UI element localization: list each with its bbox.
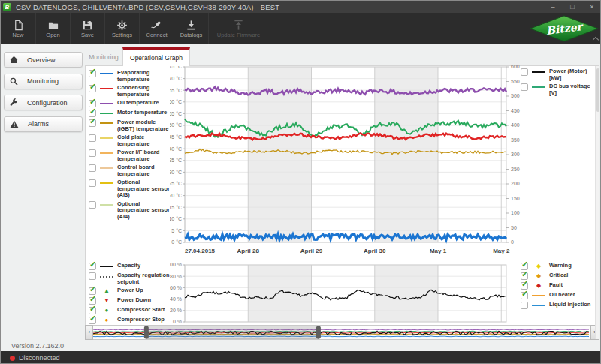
settings-gear-icon [116, 20, 128, 32]
legend-checkbox[interactable] [89, 179, 96, 187]
bitzer-logo: Bitzer [530, 14, 599, 46]
update-firmware-icon [233, 20, 244, 32]
checkmark-icon: ✓ [521, 260, 528, 269]
legend-swatch-diamond: ◆ [532, 272, 545, 280]
scroll-left-button[interactable]: ‹ [85, 325, 93, 340]
svg-text:April 28: April 28 [237, 248, 260, 254]
legend-label: Optional temperature sensor (AI3) [117, 179, 173, 199]
legend-swatch-line [100, 73, 113, 74]
legend-checkbox[interactable] [89, 164, 96, 172]
svg-text:50: 50 [511, 225, 517, 230]
legend-swatch-dotted [100, 276, 113, 278]
legend-swatch-circle: ● [100, 317, 113, 324]
legend-checkbox[interactable] [521, 302, 528, 309]
sidebar-item-configuration[interactable]: Configuration [4, 95, 83, 110]
tab-monitoring[interactable]: Monitoring [86, 48, 121, 65]
toolbar-button-label: Connect [146, 32, 168, 38]
legend-item: ✓Oil heater [521, 292, 599, 299]
best-app-icon: B [3, 3, 11, 11]
checkmark-icon: ✓ [89, 314, 96, 323]
sidebar-item-monitoring[interactable]: Monitoring [4, 74, 83, 89]
sidebar-item-alarms[interactable]: Alarms [4, 116, 83, 132]
legend-checkbox[interactable]: ✓ [89, 85, 96, 92]
legend-label: Liquid injection [549, 302, 599, 309]
toolbar-button-label: Datalogs [180, 32, 203, 38]
legend-checkbox[interactable]: ✓ [89, 119, 96, 127]
minimize-button[interactable]: – [543, 1, 563, 13]
capacity-legend: ✓CapacityCapacity regulation setpoint✓▲P… [89, 263, 173, 326]
legend-item: ✓Condensing temperature [89, 85, 173, 98]
legend-label: Power (Motor) [kW] [549, 68, 599, 81]
legend-label: Condensing temperature [117, 85, 173, 98]
legend-checkbox[interactable] [89, 272, 96, 280]
legend-checkbox[interactable] [89, 149, 96, 157]
overview-strip-canvas[interactable] [93, 325, 590, 340]
legend-swatch-line [100, 266, 113, 267]
legend-item: Power (Motor) [kW] [521, 68, 599, 81]
legend-swatch-line [100, 137, 113, 139]
checkmark-icon: ✓ [521, 280, 528, 288]
svg-text:600: 600 [511, 64, 520, 69]
legend-item: ✓◆Warning [521, 263, 599, 270]
sidebar-item-label: Alarms [28, 120, 49, 128]
settings-button[interactable]: Settings [104, 13, 139, 44]
scrollbar-thumb[interactable] [596, 68, 599, 112]
svg-text:300: 300 [511, 152, 520, 157]
overview-range-selector: ‹ › [85, 325, 599, 340]
legend-checkbox[interactable] [89, 134, 96, 142]
legend-checkbox[interactable]: ✓ [89, 317, 96, 324]
close-button[interactable]: × [582, 1, 601, 13]
new-button[interactable]: New [1, 13, 35, 44]
datalogs-download-icon [186, 20, 197, 32]
selection-handle-right[interactable] [316, 326, 321, 339]
legend-checkbox[interactable] [89, 201, 96, 209]
legend-checkbox[interactable]: ✓ [89, 263, 96, 270]
checkmark-icon: ✓ [89, 295, 96, 303]
svg-text:0 °C: 0 °C [171, 239, 182, 245]
svg-text:500: 500 [511, 93, 520, 98]
legend-swatch-line [532, 86, 545, 88]
svg-text:May 2: May 2 [493, 248, 510, 254]
svg-text:April 29: April 29 [300, 248, 323, 254]
legend-swatch-line [100, 152, 113, 154]
temperature-legend: ✓Evaporating temperature✓Condensing temp… [89, 70, 173, 222]
datalogs-button[interactable]: Datalogs [174, 13, 208, 44]
svg-text:100: 100 [511, 210, 520, 215]
open-folder-icon [47, 20, 59, 32]
status-legend: ✓◆Warning✓◆Critical✓◆Fault✓Oil heaterLiq… [521, 263, 599, 311]
save-button[interactable]: Save [70, 13, 104, 44]
capacity-chart[interactable]: 0 %20 %40 %60 %80 %100 % [170, 260, 530, 326]
connect-button[interactable]: Connect [139, 13, 174, 44]
tab-operational-graph[interactable]: Operational Graph [122, 47, 190, 66]
legend-item: ✓Capacity [89, 263, 173, 270]
open-button[interactable]: Open [35, 13, 70, 44]
connection-status-icon [10, 356, 15, 361]
legend-swatch-line [532, 305, 545, 306]
legend-item: ✓▼Power Down [89, 297, 173, 305]
legend-item: Control board temperature [89, 164, 173, 177]
legend-swatch-line [100, 182, 113, 184]
temperature-chart[interactable]: 0 °C5 °C10 °C15 °C20 °C25 °C30 °C35 °C40… [170, 64, 530, 262]
checkmark-icon: ✓ [89, 68, 96, 76]
selection-handle-left[interactable] [144, 326, 149, 339]
svg-text:200: 200 [511, 181, 520, 186]
legend-checkbox[interactable] [521, 83, 528, 91]
checkmark-icon: ✓ [521, 270, 528, 278]
legend-checkbox[interactable] [521, 68, 528, 76]
legend-swatch-diamond: ◆ [532, 263, 545, 270]
legend-label: Compressor Stop [117, 317, 173, 324]
svg-text:350: 350 [511, 137, 520, 143]
sidebar-item-overview[interactable]: Overview [4, 52, 83, 68]
legend-checkbox[interactable]: ✓ [89, 70, 96, 77]
maximize-button[interactable]: □ [563, 1, 582, 13]
legend-swatch-line [100, 122, 113, 124]
home-icon [10, 56, 23, 64]
title-bar: B CSV DATENLOGS, CHILLVENTA.BPD (CSV,CSV… [1, 1, 601, 13]
legend-checkbox[interactable]: ✓ [521, 292, 528, 299]
legend-swatch-triangle-up: ▲ [100, 287, 113, 295]
toolbar-button-label: Update Firmware [217, 32, 261, 38]
sidebar-item-label: Overview [27, 56, 56, 64]
checkmark-icon: ✓ [521, 290, 528, 298]
vertical-scrollbar[interactable] [595, 66, 599, 339]
legend-item: DC bus voltage [V] [521, 83, 599, 96]
